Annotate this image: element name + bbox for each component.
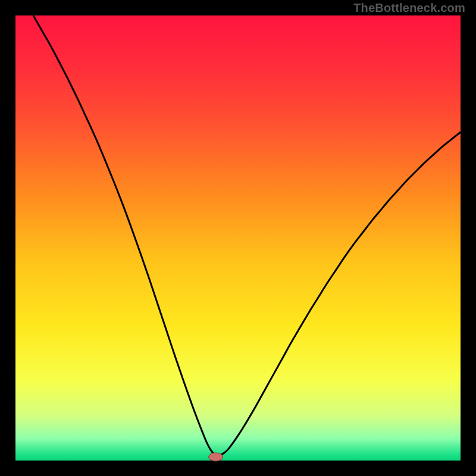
chart-stage: { "watermark": "TheBottleneck.com", "col… (0, 0, 476, 476)
gradient-background (15, 15, 461, 461)
bottleneck-chart (0, 0, 476, 476)
optimum-marker (209, 453, 223, 461)
watermark-text: TheBottleneck.com (353, 1, 465, 15)
